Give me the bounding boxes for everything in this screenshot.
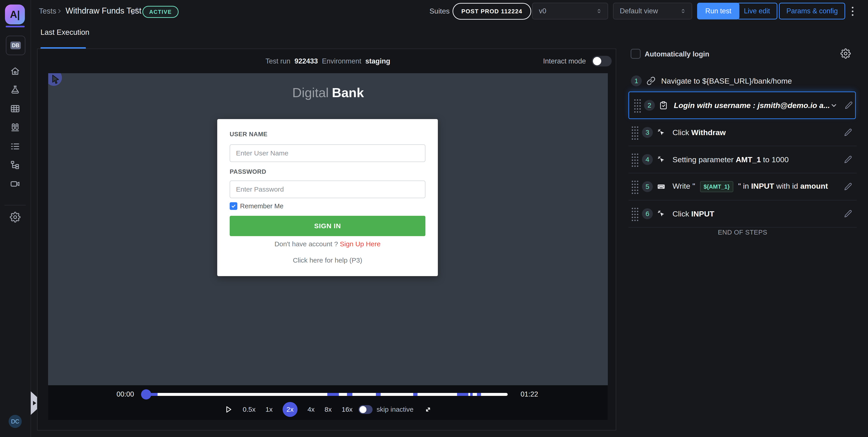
video-player-bar: 00:00 01:22 0.5x 1x 2x 4x 8x 16x skip in… <box>48 385 608 420</box>
speed-16x[interactable]: 16x <box>342 406 352 413</box>
interact-mode-toggle[interactable] <box>592 56 612 66</box>
auto-login-checkbox[interactable] <box>631 49 641 59</box>
logo-underline <box>6 26 25 27</box>
app-logo[interactable]: A| <box>5 4 25 24</box>
app-root: { "sidebar": {"logo_glyph": "A|", "works… <box>0 0 868 437</box>
timeline-track[interactable] <box>147 393 508 396</box>
sidebar-collapse-handle[interactable] <box>31 392 37 415</box>
sidebar-item-list[interactable] <box>10 141 21 152</box>
checklist-icon <box>10 141 21 152</box>
drag-handle[interactable] <box>631 179 638 194</box>
login-card: USER NAME Enter User Name PASSWORD Enter… <box>217 119 438 276</box>
step-row-1[interactable]: 1 Navigate to ${BASE_URL}/bank/home <box>628 70 857 92</box>
play-icon[interactable] <box>223 405 233 414</box>
step-number: 5 <box>642 181 653 192</box>
recorded-cursor-icon <box>50 74 62 85</box>
kebab-menu-icon[interactable] <box>848 5 857 18</box>
collapse-arrow-icon <box>33 401 36 405</box>
step-text: Write " ${AMT_1} " in INPUT with id amou… <box>673 181 828 192</box>
cursor-click-icon <box>657 155 666 164</box>
step-text: Navigate to ${BASE_URL}/bank/home <box>661 76 792 85</box>
bank-title-bold: Bank <box>332 85 364 100</box>
remember-me-label: Remember Me <box>240 202 283 210</box>
edit-title-pencil-icon[interactable] <box>131 7 139 15</box>
step-text: Click Withdraw <box>673 128 726 137</box>
params-config-button[interactable]: Params & config <box>779 3 845 20</box>
sidebar-item-tests[interactable] <box>10 85 21 95</box>
timeline-activity-segment <box>327 393 339 396</box>
step-row-6[interactable]: 6 Click INPUT <box>628 200 857 227</box>
tab-last-execution[interactable]: Last Execution <box>40 28 89 37</box>
steps-settings-gear-icon[interactable] <box>840 49 851 59</box>
live-edit-button[interactable]: Live edit <box>737 3 777 20</box>
speed-8x[interactable]: 8x <box>324 406 332 413</box>
speed-0.5x[interactable]: 0.5x <box>243 406 256 413</box>
check-icon <box>231 204 236 209</box>
suite-pill[interactable]: POST PROD 112224 <box>453 3 531 20</box>
step-row-4[interactable]: 4 Setting parameter AMT_1 to 1000 <box>628 146 857 173</box>
breadcrumb-tests-link[interactable]: Tests <box>39 7 56 15</box>
password-placeholder: Enter Password <box>236 186 284 193</box>
status-badge: ACTIVE <box>143 6 179 18</box>
test-run-label: Test run <box>266 57 290 65</box>
execution-panel: Test run 922433 Environment staging Inte… <box>37 49 616 431</box>
breadcrumb-chevron-icon <box>56 8 63 14</box>
step-row-3[interactable]: 3 Click Withdraw <box>628 119 857 146</box>
sidebar-item-recordings[interactable] <box>10 179 21 189</box>
version-select[interactable]: v0 <box>532 3 608 20</box>
skip-inactive-toggle[interactable] <box>359 405 373 414</box>
timeline-activity-segment <box>413 393 417 396</box>
gear-icon <box>10 212 21 223</box>
scrubber-handle[interactable] <box>141 389 151 400</box>
chevron-down-icon[interactable] <box>829 101 838 110</box>
cursor-click-icon <box>657 128 666 137</box>
sidebar-item-home[interactable] <box>10 66 21 76</box>
duration-time: 01:22 <box>521 390 538 398</box>
edit-step-pencil-icon[interactable] <box>844 182 852 191</box>
step-row-5[interactable]: 5 Write " ${AMT_1} " in INPUT with id am… <box>628 173 857 200</box>
user-avatar[interactable]: DC <box>8 415 22 428</box>
speed-4x[interactable]: 4x <box>307 406 315 413</box>
skip-inactive-label: skip inactive <box>377 406 413 413</box>
run-header: Test run 922433 Environment staging <box>48 49 608 73</box>
auto-login-label: Automatically login <box>645 50 709 58</box>
player-controls: 0.5x 1x 2x 4x 8x 16x skip inactive <box>223 405 433 414</box>
drag-handle[interactable] <box>631 152 638 167</box>
steps-panel: Automatically login 1 Navigate to ${BASE… <box>628 43 868 291</box>
fullscreen-icon[interactable] <box>423 405 432 414</box>
edit-step-pencil-icon[interactable] <box>844 155 852 164</box>
workspace-switcher-button[interactable]: DB <box>6 36 25 55</box>
run-test-button[interactable]: Run test <box>697 3 739 20</box>
grid-table-icon <box>10 103 21 114</box>
speed-1x[interactable]: 1x <box>266 406 273 413</box>
sidebar-item-runs[interactable] <box>10 122 21 133</box>
view-select-value: Default view <box>620 7 658 15</box>
select-chevrons-icon <box>596 8 602 14</box>
username-placeholder: Enter User Name <box>236 149 288 157</box>
step-number: 6 <box>642 208 653 219</box>
sidebar-item-suites[interactable] <box>10 103 21 114</box>
speed-2x[interactable]: 2x <box>283 402 298 417</box>
page-title: Withdraw Funds Test <box>66 6 141 15</box>
sidebar-item-settings[interactable] <box>10 212 21 223</box>
password-label: PASSWORD <box>230 168 266 175</box>
drag-handle[interactable] <box>631 206 638 221</box>
interact-mode-label: Interact mode <box>543 57 586 65</box>
username-label: USER NAME <box>230 131 268 138</box>
video-frame[interactable]: DigitalBank USER NAME Enter User Name PA… <box>48 73 608 385</box>
step-text: Setting parameter AMT_1 to 1000 <box>673 155 789 164</box>
environment-value: staging <box>365 57 390 65</box>
view-select[interactable]: Default view <box>613 3 692 20</box>
test-run-id: 922433 <box>294 57 318 65</box>
edit-step-pencil-icon[interactable] <box>844 210 852 218</box>
edit-step-pencil-icon[interactable] <box>844 101 853 110</box>
step-row-2-selected[interactable]: 2 Login with username : jsmith@demo.io a… <box>628 92 856 119</box>
drag-handle[interactable] <box>631 125 638 140</box>
edit-step-pencil-icon[interactable] <box>844 128 852 137</box>
toggle-knob <box>360 406 366 413</box>
drag-handle[interactable] <box>633 98 641 113</box>
signup-line: Don't have account ? Sign Up Here <box>217 240 438 248</box>
sign-in-button: SIGN IN <box>230 216 426 236</box>
keyboard-icon <box>657 182 666 191</box>
sidebar-item-tree[interactable] <box>10 160 21 170</box>
